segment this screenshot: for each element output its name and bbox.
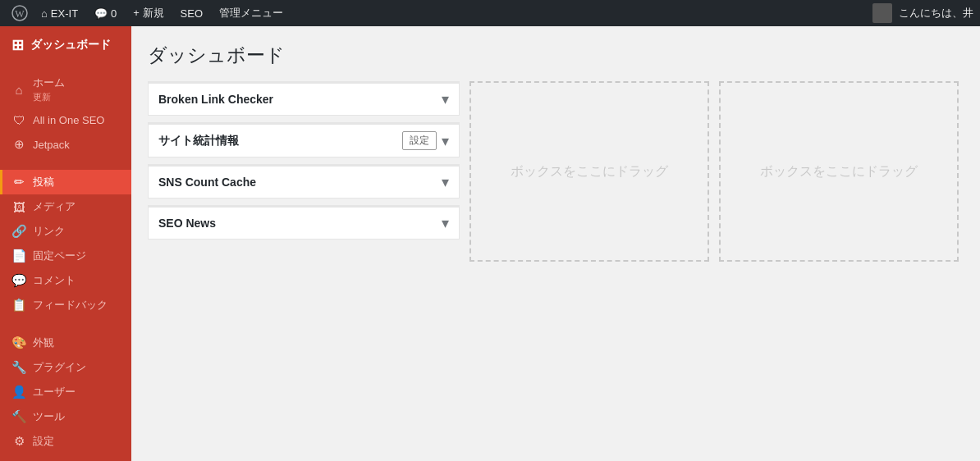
settings-icon: ⚙ bbox=[11, 434, 26, 449]
sidebar-item-links[interactable]: 🔗 リンク bbox=[0, 219, 131, 244]
svg-text:W: W bbox=[15, 8, 25, 20]
home-icon: ⌂ bbox=[41, 7, 48, 20]
widget-column: Broken Link Checker ▾ サイト統計情報 設定 ▾ bbox=[148, 81, 460, 262]
widget-header-right-sitestats: 設定 ▾ bbox=[402, 131, 449, 150]
metabox-area: Broken Link Checker ▾ サイト統計情報 設定 ▾ bbox=[148, 81, 964, 262]
drop-zone-2[interactable]: ボックスをここにドラッグ bbox=[719, 81, 959, 262]
home-icon: ⌂ bbox=[11, 83, 26, 97]
user-icon: 👤 bbox=[11, 385, 26, 399]
sidebar-header[interactable]: ⊞ ダッシュボード bbox=[0, 26, 131, 64]
sidebar-item-media[interactable]: 🖼 メディア bbox=[0, 194, 131, 219]
sidebar-item-jetpack[interactable]: ⊕ Jetpack bbox=[0, 132, 131, 157]
drop-zone-area: ボックスをここにドラッグ ボックスをここにドラッグ bbox=[469, 81, 964, 262]
widget-seo-news: SEO News ▾ bbox=[148, 205, 460, 240]
sidebar-item-plugins[interactable]: 🔧 プラグイン bbox=[0, 355, 131, 380]
jetpack-icon: ⊕ bbox=[11, 137, 26, 152]
page-icon: 📄 bbox=[11, 249, 26, 263]
widget-header-blc[interactable]: Broken Link Checker ▾ bbox=[149, 84, 459, 115]
sidebar-item-pages[interactable]: 📄 固定ページ bbox=[0, 244, 131, 268]
sidebar-group-home: ⌂ ホーム更新 🛡 All in One SEO ⊕ Jetpack bbox=[0, 64, 131, 163]
adminbar-new[interactable]: + 新規 bbox=[125, 0, 172, 26]
sidebar-item-posts[interactable]: ✏ 投稿 bbox=[0, 170, 131, 194]
appearance-icon: 🎨 bbox=[11, 335, 26, 350]
plugin-icon: 🔧 bbox=[11, 360, 26, 375]
chevron-down-icon-sitestats[interactable]: ▾ bbox=[442, 132, 449, 150]
widget-title-blc: Broken Link Checker bbox=[158, 93, 273, 106]
media-icon: 🖼 bbox=[11, 200, 26, 214]
sidebar-item-feedback[interactable]: 📋 フィードバック bbox=[0, 293, 131, 317]
sidebar-item-comments[interactable]: 💬 コメント bbox=[0, 268, 131, 293]
adminbar-comments[interactable]: 💬 0 bbox=[86, 0, 125, 26]
tools-icon: 🔨 bbox=[11, 409, 26, 424]
user-avatar bbox=[872, 3, 892, 23]
widget-sns-count-cache: SNS Count Cache ▾ bbox=[148, 164, 460, 199]
sidebar: ⊞ ダッシュボード ⌂ ホーム更新 🛡 All in One SEO ⊕ Jet… bbox=[0, 26, 131, 461]
admin-bar: W ⌂ EX-IT 💬 0 + 新規 SEO 管理メニュー こんにちは、井 bbox=[0, 0, 980, 26]
drop-zone-1[interactable]: ボックスをここにドラッグ bbox=[469, 81, 709, 262]
chevron-down-icon-sns[interactable]: ▾ bbox=[442, 173, 449, 191]
widget-title-sns: SNS Count Cache bbox=[158, 176, 256, 189]
widget-header-seonews[interactable]: SEO News ▾ bbox=[149, 208, 459, 239]
sidebar-group-content: ✏ 投稿 🖼 メディア 🔗 リンク 📄 固定ページ 💬 コメント 📋 フィ bbox=[0, 163, 131, 324]
widget-header-sns[interactable]: SNS Count Cache ▾ bbox=[149, 167, 459, 198]
widget-site-stats: サイト統計情報 設定 ▾ bbox=[148, 122, 460, 157]
greeting-text: こんにちは、井 bbox=[899, 6, 973, 21]
wp-logo[interactable]: W bbox=[7, 0, 33, 26]
edit-icon: ✏ bbox=[11, 175, 26, 189]
adminbar-seo[interactable]: SEO bbox=[172, 0, 211, 26]
widget-title-sitestats: サイト統計情報 bbox=[158, 134, 239, 148]
sidebar-item-aioseo[interactable]: 🛡 All in One SEO bbox=[0, 108, 131, 132]
feedback-icon: 📋 bbox=[11, 298, 26, 313]
comment-icon: 💬 bbox=[94, 7, 108, 20]
shield-icon: 🛡 bbox=[11, 113, 26, 127]
sidebar-group-admin: 🎨 外観 🔧 プラグイン 👤 ユーザー 🔨 ツール ⚙ 設定 bbox=[0, 324, 131, 460]
adminbar-site-name[interactable]: ⌂ EX-IT bbox=[33, 0, 86, 26]
sidebar-item-tools[interactable]: 🔨 ツール bbox=[0, 404, 131, 429]
page-title: ダッシュボード bbox=[148, 43, 964, 68]
chevron-down-icon[interactable]: ▾ bbox=[442, 90, 449, 108]
widget-settings-button[interactable]: 設定 bbox=[402, 131, 437, 150]
adminbar-admin-menu[interactable]: 管理メニュー bbox=[211, 0, 291, 26]
sidebar-item-settings[interactable]: ⚙ 設定 bbox=[0, 429, 131, 454]
chevron-down-icon-seonews[interactable]: ▾ bbox=[442, 214, 449, 232]
dashboard-icon: ⊞ bbox=[11, 36, 24, 54]
sidebar-item-appearance[interactable]: 🎨 外観 bbox=[0, 331, 131, 355]
comment-icon: 💬 bbox=[11, 273, 26, 288]
widget-header-sitestats[interactable]: サイト統計情報 設定 ▾ bbox=[149, 125, 459, 157]
main-content: ダッシュボード Broken Link Checker ▾ サイト統計情報 bbox=[131, 26, 980, 461]
widget-broken-link-checker: Broken Link Checker ▾ bbox=[148, 81, 460, 116]
widget-title-seonews: SEO News bbox=[158, 217, 216, 230]
sidebar-item-home[interactable]: ⌂ ホーム更新 bbox=[0, 71, 131, 108]
sidebar-item-users[interactable]: 👤 ユーザー bbox=[0, 380, 131, 404]
link-icon: 🔗 bbox=[11, 224, 26, 239]
